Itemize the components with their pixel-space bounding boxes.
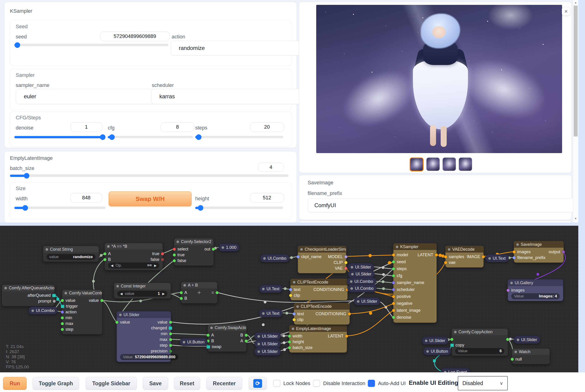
dress-swoosh-right bbox=[453, 48, 554, 130]
refresh-button[interactable]: ⟳ bbox=[249, 377, 267, 390]
node-ui-slider-copy-in[interactable]: UI.Slider bbox=[422, 337, 448, 344]
node-saveimage[interactable]: SaveImageimagesoutputfilename_prefix bbox=[514, 241, 564, 263]
denoise-label: denoise bbox=[16, 125, 34, 131]
reset-button[interactable]: Reset bbox=[174, 377, 200, 390]
node-ksampler[interactable]: KSamplermodelLATENTseedstepscfgsampler_n… bbox=[393, 243, 437, 323]
steps-slider[interactable] bbox=[195, 136, 283, 138]
denoise-input[interactable] bbox=[70, 122, 102, 132]
steps-label: steps bbox=[195, 125, 208, 131]
node-pill-1000[interactable]: 1.000 bbox=[218, 244, 240, 252]
height-label: height bbox=[195, 196, 209, 202]
cfg-slider[interactable] bbox=[108, 136, 193, 138]
ui-editing-dropdown[interactable]: Disabled ∨ bbox=[458, 376, 508, 390]
node-ui-combo-sampler[interactable]: UI.Combo bbox=[347, 278, 376, 286]
emptylatent-panel-title: EmptyLatentImage bbox=[10, 155, 53, 161]
node-comfy-valuecontrol[interactable]: Comfy.ValueControlvaluevaluetriggeractio… bbox=[62, 290, 102, 334]
node-emptylatentimage[interactable]: EmptyLatentImagewidthLATENTheightbatch_s… bbox=[289, 325, 347, 353]
node-checkpointloadersimple[interactable]: CheckpointLoaderSimpleckpt_nameMODELCLIP… bbox=[298, 246, 346, 273]
height-input[interactable] bbox=[250, 193, 284, 202]
node-log-event[interactable]: Log Event bbox=[441, 368, 470, 372]
cfg-input[interactable] bbox=[160, 122, 194, 132]
ui-editing-dropdown-value: Disabled bbox=[462, 380, 483, 386]
node-ui-button-swap[interactable]: UI.Button bbox=[180, 338, 208, 346]
node-comfy-afterqueuedaction[interactable]: Comfy.AfterQueuedActionafterQueuedprompt bbox=[2, 284, 54, 306]
node-watch[interactable]: Watchnull bbox=[512, 348, 550, 364]
node-ui-slider-batch[interactable]: UI.Slider bbox=[254, 348, 281, 356]
seed-input[interactable] bbox=[100, 32, 170, 41]
node-ui-slider-seed[interactable]: UI.Slidervaluevaluechangedminmaxstepprec… bbox=[116, 311, 171, 362]
ksampler-panel: KSampler Seed seed action randomize Samp… bbox=[4, 2, 297, 148]
node-vaedecode[interactable]: VAEDecodesamplesIMAGEvae bbox=[445, 246, 484, 268]
node-ui-slider-width[interactable]: UI.Slider bbox=[254, 332, 281, 340]
node-comfy-selector2[interactable]: Comfy.Selector2selectouttruefalse bbox=[174, 238, 214, 266]
steps-input[interactable] bbox=[250, 122, 284, 132]
sampler-section: Sampler sampler_name scheduler euler kar… bbox=[10, 69, 292, 110]
seed-section: Seed seed action randomize bbox=[10, 20, 292, 66]
seed-slider[interactable] bbox=[14, 44, 168, 46]
node-comfy-copyaction[interactable]: Comfy.CopyActioncopyValue6 bbox=[452, 328, 508, 356]
emptylatent-panel: EmptyLatentImage batch_size Size width S… bbox=[4, 151, 297, 223]
node-ui-slider-copy-out[interactable]: UI.Slider bbox=[514, 336, 540, 344]
scroll-down-icon[interactable]: ▼ bbox=[573, 217, 578, 220]
node-ui-slider-height[interactable]: UI.Slider bbox=[254, 340, 281, 348]
node-ui-combo-afterqueued[interactable]: UI.Combo bbox=[28, 307, 58, 314]
thumbnail-2[interactable] bbox=[426, 158, 440, 171]
sampler-heading: Sampler bbox=[16, 72, 35, 78]
disable-interaction-checkbox[interactable] bbox=[313, 380, 320, 387]
node-comfy-swapaction[interactable]: Comfy.SwapActionABBAswap bbox=[208, 324, 246, 352]
node-graph-canvas[interactable]: Const Stringvaluerandomize*A == *BAtrueB… bbox=[0, 226, 578, 372]
node-ui-combo-ckpt[interactable]: UI.Combo bbox=[260, 254, 290, 262]
batch-size-label: batch_size bbox=[10, 165, 34, 171]
width-input[interactable] bbox=[70, 193, 102, 202]
height-slider[interactable] bbox=[195, 207, 283, 209]
scrollbar-thumb[interactable] bbox=[574, 6, 578, 136]
node-cliptextencode-positive[interactable]: CLIPTextEncodetextCONDITIONINGclip bbox=[290, 279, 348, 300]
node-ui-slider-denoise[interactable]: UI.Slider bbox=[354, 298, 380, 305]
toggle-sidebar-button[interactable]: Toggle Sidebar bbox=[86, 377, 137, 390]
cfg-steps-section: CFG/Steps denoise cfg steps bbox=[10, 111, 292, 147]
width-slider[interactable] bbox=[14, 207, 106, 209]
node-ui-slider-steps[interactable]: UI.Slider bbox=[348, 263, 374, 271]
auto-add-ui-checkbox[interactable] bbox=[368, 380, 375, 387]
action-select[interactable]: randomize bbox=[171, 41, 301, 56]
node-a-plus-b[interactable]: A + BA+=B bbox=[181, 282, 218, 304]
filename-prefix-input[interactable]: ComfyUI bbox=[308, 198, 576, 212]
node-ui-combo-scheduler[interactable]: UI.Combo bbox=[348, 284, 376, 292]
denoise-slider[interactable] bbox=[14, 136, 106, 138]
toggle-graph-button[interactable]: Toggle Graph bbox=[32, 377, 79, 390]
seed-label: seed bbox=[16, 34, 27, 40]
thumbnail-3[interactable] bbox=[442, 158, 456, 171]
node-cliptextencode-negative[interactable]: CLIPTextEncodetextCONDITIONINGclip bbox=[294, 303, 350, 325]
batch-size-input[interactable] bbox=[258, 162, 284, 172]
node-a-equals-b[interactable]: *A == *BAtrueBfalse◀Op.==▶ bbox=[104, 243, 163, 270]
node-ui-text-filename[interactable]: UI.Text bbox=[485, 254, 509, 262]
node-ui-text-positive[interactable]: UI.Text bbox=[259, 285, 282, 293]
node-ui-gallery[interactable]: UI.GalleryimagesValueImages: 4 bbox=[508, 279, 563, 301]
preview-panel: ✕ bbox=[299, 2, 572, 173]
sampler-name-select[interactable]: euler bbox=[16, 89, 164, 104]
node-ui-text-negative[interactable]: UI.Text bbox=[259, 310, 282, 317]
recenter-button[interactable]: Recenter bbox=[206, 377, 242, 390]
lock-nodes-checkbox[interactable] bbox=[273, 380, 280, 387]
seed-heading: Seed bbox=[16, 24, 28, 30]
node-ui-button-copy[interactable]: UI.Button bbox=[423, 347, 451, 355]
node-const-string[interactable]: Const Stringvaluerandomize bbox=[43, 246, 99, 262]
close-preview-button[interactable]: ✕ bbox=[562, 7, 570, 16]
disable-interaction-group: Disable Interaction bbox=[313, 380, 365, 387]
width-label: width bbox=[16, 196, 28, 202]
thumbnail-4[interactable] bbox=[459, 158, 472, 171]
swap-wh-button[interactable]: Swap W/H bbox=[109, 192, 192, 206]
run-button[interactable]: Run bbox=[3, 377, 26, 390]
batch-size-slider[interactable] bbox=[10, 174, 288, 177]
ksampler-panel-title: KSampler bbox=[10, 8, 32, 14]
node-ui-slider-cfg[interactable]: UI.Slider bbox=[348, 270, 374, 278]
scheduler-label: scheduler bbox=[152, 82, 174, 88]
save-button[interactable]: Save bbox=[143, 377, 168, 390]
scheduler-select[interactable]: karras bbox=[151, 89, 302, 104]
node-const-integer[interactable]: Const Integer◀value1▶ bbox=[114, 282, 171, 298]
lock-nodes-group: Lock Nodes bbox=[273, 380, 310, 387]
thumbnail-1[interactable] bbox=[410, 158, 424, 171]
generated-image-preview[interactable] bbox=[316, 5, 562, 153]
vertical-scrollbar[interactable]: ▲ ▼ bbox=[573, 0, 578, 222]
scroll-up-icon[interactable]: ▲ bbox=[573, 1, 578, 4]
